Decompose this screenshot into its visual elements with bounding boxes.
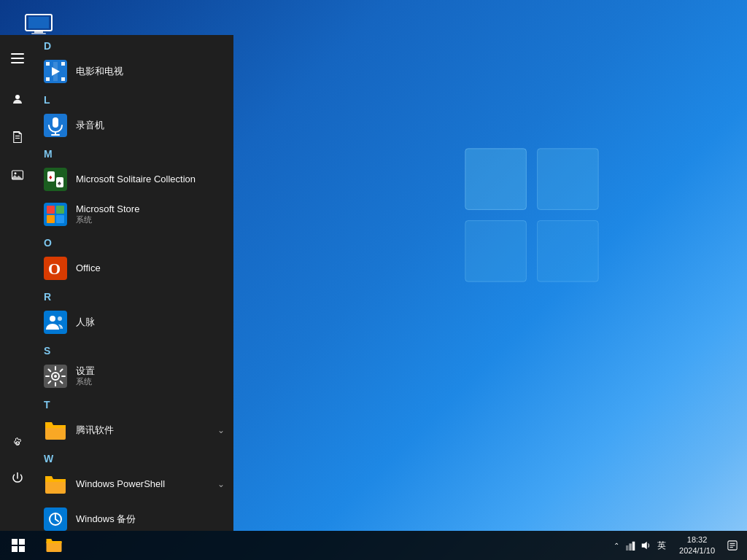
svg-rect-52 (19, 546, 25, 552)
tray-icons: ⌃ 英 (606, 540, 673, 551)
mic-icon (44, 114, 67, 137)
people-icon (44, 311, 67, 334)
settings-app-icon (44, 365, 67, 388)
app-name-office: Office (76, 262, 101, 274)
svg-rect-20 (61, 77, 65, 81)
hamburger-bar1 (11, 53, 24, 55)
notification-center[interactable] (721, 531, 744, 560)
clock-time: 18:32 (687, 534, 708, 545)
expand-arrow-tencent[interactable]: ⌄ (217, 425, 225, 435)
app-item-office[interactable]: O Office (35, 251, 233, 286)
svg-rect-19 (46, 77, 50, 81)
app-name-recorder: 录音机 (76, 120, 104, 131)
network-icon[interactable] (625, 540, 637, 551)
section-r: R (35, 286, 233, 305)
svg-rect-56 (632, 542, 635, 551)
app-item-tencent[interactable]: 腾讯软件 ⌄ (35, 413, 233, 448)
sidebar-bottom-group (0, 426, 35, 496)
svg-rect-6 (34, 31, 43, 33)
hamburger-bar3 (11, 62, 24, 63)
start-menu: D 电影和电视 L (0, 35, 233, 531)
clock-date: 2024/1/10 (679, 545, 715, 556)
store-icon (44, 203, 67, 226)
app-name-film: 电影和电视 (76, 66, 123, 77)
svg-rect-50 (19, 539, 25, 545)
this-pc-icon (24, 13, 53, 36)
expand-arrow-powershell[interactable]: ⌄ (217, 479, 225, 489)
folder-tencent-icon (44, 419, 67, 442)
svg-point-8 (15, 95, 20, 99)
show-hidden-icons[interactable]: ⌃ (611, 540, 622, 551)
svg-rect-2 (465, 221, 527, 282)
svg-rect-18 (61, 62, 65, 66)
section-s: S (35, 340, 233, 359)
svg-rect-7 (31, 33, 46, 34)
svg-rect-3 (538, 221, 599, 282)
svg-rect-54 (626, 545, 629, 551)
svg-rect-33 (47, 206, 55, 214)
folder-powershell-icon (44, 472, 67, 496)
svg-text:O: O (48, 260, 61, 278)
start-button[interactable] (0, 531, 36, 560)
app-item-recorder[interactable]: 录音机 (35, 108, 233, 143)
volume-icon[interactable] (640, 540, 651, 551)
svg-rect-36 (56, 215, 64, 223)
sidebar-item-settings[interactable] (0, 426, 35, 461)
section-d: D (35, 35, 233, 54)
film-icon (44, 60, 67, 83)
desktop: 此电脑 (0, 0, 747, 560)
svg-rect-35 (47, 215, 55, 223)
hamburger-bar2 (11, 58, 24, 59)
svg-point-44 (54, 375, 57, 378)
app-item-people[interactable]: 人脉 (35, 305, 233, 340)
sidebar-item-user[interactable] (0, 82, 35, 117)
start-sidebar (0, 35, 35, 531)
taskbar: ⌃ 英 (0, 531, 747, 560)
solitaire-icon: ♦ ♠ (44, 168, 67, 191)
sidebar-item-document[interactable] (0, 120, 35, 155)
svg-point-13 (15, 172, 17, 174)
taskbar-clock[interactable]: 18:32 2024/1/10 (673, 531, 721, 560)
app-item-solitaire[interactable]: ♦ ♠ Microsoft Solitaire Collection (35, 162, 233, 197)
app-list: D 电影和电视 L (35, 35, 233, 531)
backup-icon (44, 508, 67, 531)
svg-rect-51 (12, 546, 18, 552)
section-o: O (35, 232, 233, 251)
svg-rect-17 (46, 62, 50, 66)
svg-rect-34 (56, 206, 64, 214)
svg-rect-55 (629, 543, 632, 551)
section-t: T (35, 394, 233, 413)
svg-rect-1 (538, 149, 599, 210)
app-name-solitaire: Microsoft Solitaire Collection (76, 174, 196, 185)
language-indicator[interactable]: 英 (654, 540, 669, 551)
app-item-store[interactable]: Microsoft Store 系统 (35, 197, 233, 232)
svg-point-41 (58, 316, 62, 321)
svg-point-40 (50, 316, 55, 322)
svg-marker-57 (642, 542, 647, 550)
app-item-powershell[interactable]: Windows PowerShell ⌄ (35, 467, 233, 502)
app-name-people: 人脉 (76, 316, 95, 328)
office-icon: O (44, 257, 67, 280)
app-item-film[interactable]: 电影和电视 (35, 54, 233, 89)
hamburger-menu[interactable] (0, 41, 35, 76)
section-l: L (35, 89, 233, 108)
file-explorer-taskbar[interactable] (36, 531, 71, 560)
app-name-store-group: Microsoft Store 系统 (76, 203, 139, 226)
section-m: M (35, 143, 233, 162)
svg-rect-0 (465, 149, 527, 210)
app-name-tencent: 腾讯软件 (76, 424, 114, 436)
taskbar-tray: ⌃ 英 (606, 531, 747, 560)
app-item-backup[interactable]: Windows 备份 (35, 502, 233, 531)
svg-rect-27 (44, 168, 67, 191)
svg-rect-5 (28, 17, 49, 28)
sidebar-item-power[interactable] (0, 461, 35, 496)
sidebar-item-photo[interactable] (0, 158, 35, 192)
app-settings-group: 设置 系统 (76, 365, 95, 388)
section-w: W (35, 448, 233, 467)
app-item-settings[interactable]: 设置 系统 (35, 359, 233, 394)
app-name-powershell: Windows PowerShell (76, 478, 165, 490)
svg-text:♠: ♠ (58, 179, 61, 187)
svg-rect-49 (12, 539, 18, 545)
svg-rect-24 (53, 117, 58, 128)
app-name-backup: Windows 备份 (76, 513, 136, 525)
